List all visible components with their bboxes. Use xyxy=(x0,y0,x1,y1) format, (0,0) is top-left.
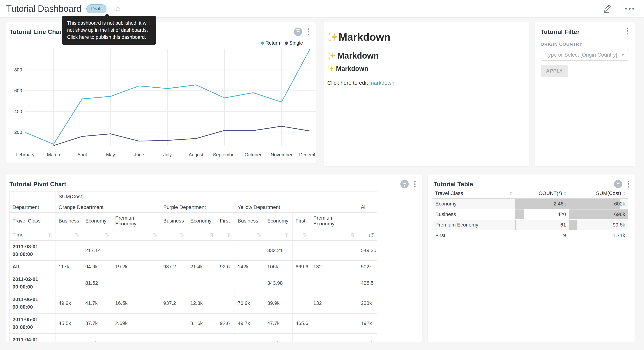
chart-menu-icon[interactable] xyxy=(414,180,416,188)
pivot-row-header: 2011-04-01 00:00:00 xyxy=(10,334,56,342)
pivot-cell: 76.9k xyxy=(235,293,264,313)
cell-travel-class: Economy xyxy=(432,199,515,209)
pivot-cell: 669.6 xyxy=(292,260,310,273)
pivot-cell xyxy=(217,334,235,342)
x-axis-tick: October xyxy=(245,152,262,158)
page-title: Tutorial Dashboard xyxy=(6,4,81,14)
draft-status-badge[interactable]: Draft xyxy=(86,4,106,13)
favorite-star-icon[interactable]: ☆ xyxy=(114,5,121,12)
pivot-cell: 238k xyxy=(358,293,377,313)
pivot-data-row: All117k94.9k19.2k937.221.4k92.6142k106k6… xyxy=(10,260,377,273)
table-panel: Tutorial Table Travel ClassCOUNT(*)SUM(C… xyxy=(428,174,634,342)
x-axis-tick: September xyxy=(213,152,236,158)
cell-travel-class: Premium Economy xyxy=(432,220,515,230)
pivot-cell: 425.5 xyxy=(358,273,377,293)
sort-carets-icon xyxy=(623,192,626,195)
pivot-data-row: 2011-06-01 00:00:0049.9k41.7k16.5k937.21… xyxy=(10,293,377,313)
table-row: Premium Economy6199.8k xyxy=(432,220,628,230)
pivot-class-header: Economy xyxy=(82,213,112,229)
cell-sum: 1.71k xyxy=(569,230,628,241)
sort-icon[interactable]: ⇅ xyxy=(264,229,292,240)
pivot-cell xyxy=(56,273,82,293)
pivot-data-row: 2011-04-01 00:00:0021.4k15.2k927.7715.9k… xyxy=(10,334,377,342)
pivot-row-header: 2011-06-01 00:00:00 xyxy=(10,293,56,313)
sort-icon[interactable]: ⇅ xyxy=(56,229,82,240)
apply-filter-button[interactable]: APPLY xyxy=(540,65,568,77)
sort-carets-icon xyxy=(510,192,512,195)
pivot-cell: 117k xyxy=(56,260,82,273)
sort-icon[interactable]: ⇅ xyxy=(160,229,188,240)
table-row: First91.71k xyxy=(432,230,628,241)
markdown-heading-2: Markdown xyxy=(327,51,378,60)
sort-icon[interactable]: ⇅ xyxy=(310,229,358,240)
pivot-class-header: Business xyxy=(56,213,82,229)
pivot-cell: 37.7k xyxy=(82,313,112,334)
pivot-cell xyxy=(292,293,310,313)
applied-filters-icon[interactable] xyxy=(400,180,409,188)
sort-carets-icon xyxy=(564,192,566,195)
cell-count: 2.46k xyxy=(515,199,569,209)
pivot-sort-row: Time⇅⇅⇅⇅⇅⇅⇅⇅⇅⇅⇅↓ xyxy=(10,229,377,240)
y-axis-tick: 800 xyxy=(14,67,22,72)
sort-icon[interactable]: ⇅ xyxy=(82,229,112,240)
pivot-cell: 21.4k xyxy=(56,334,82,342)
draft-tooltip: This dashboard is not published, it will… xyxy=(62,16,156,45)
pivot-cell: 94.9k xyxy=(82,260,112,273)
column-header-travel-class[interactable]: Travel Class xyxy=(432,188,515,199)
column-header-sum-cost[interactable]: SUM(Cost) xyxy=(569,188,628,199)
sort-icon[interactable]: ⇅ xyxy=(188,229,217,240)
sort-icon[interactable]: ⇅ xyxy=(112,229,160,240)
more-actions-icon[interactable] xyxy=(625,8,634,10)
sort-icon[interactable]: ⇅ xyxy=(217,229,235,240)
y-axis-tick: 600 xyxy=(14,88,22,94)
x-axis-tick: June xyxy=(134,152,144,158)
pivot-cell: 132 xyxy=(310,293,358,313)
column-header-count[interactable]: COUNT(*) xyxy=(515,188,569,199)
pivot-cell: 332.21 xyxy=(264,240,292,260)
pivot-chart-panel: Tutorial Pivot Chart SUM(Cost)Department… xyxy=(6,174,422,342)
sort-column-all[interactable]: ↓ xyxy=(358,229,377,240)
pivot-group-header: Purple Department xyxy=(160,202,235,213)
pivot-cell xyxy=(160,273,188,293)
pivot-data-row: 2011-02-01 00:00:0081.52343.98425.5 xyxy=(10,273,377,293)
pivot-cell xyxy=(292,240,310,260)
sparkles-icon xyxy=(327,31,338,42)
pivot-chart-title: Tutorial Pivot Chart xyxy=(10,180,66,188)
markdown-heading-3: Markdown xyxy=(327,65,368,72)
x-axis-tick: November xyxy=(271,152,292,158)
pivot-class-header xyxy=(358,213,377,229)
pivot-cell: 81.52 xyxy=(82,273,112,293)
cell-travel-class: Business xyxy=(432,209,515,220)
pivot-group-header: All xyxy=(358,202,377,213)
pivot-cell: 12.3k xyxy=(188,293,217,313)
cell-count: 61 xyxy=(515,220,569,230)
pivot-cell: 937.2 xyxy=(160,260,188,273)
filter-menu-icon[interactable] xyxy=(627,28,628,34)
pivot-cell xyxy=(217,273,235,293)
pivot-time-header[interactable]: Time⇅ xyxy=(10,229,56,240)
pivot-cell xyxy=(292,273,310,293)
line-chart: 200400600800FebruaryMarchAprilMayJuneJul… xyxy=(6,22,316,163)
origin-country-select[interactable]: Type or Select [Origin Country] xyxy=(540,49,629,60)
pivot-cell: 927.77 xyxy=(188,334,217,342)
sparkles-icon xyxy=(327,65,334,72)
table-row: Economy2.46k602k xyxy=(432,199,628,209)
applied-filters-icon[interactable] xyxy=(614,180,622,188)
edit-markdown-link[interactable]: markdown xyxy=(369,80,394,86)
pivot-cell: 132 xyxy=(310,260,358,273)
pivot-cell xyxy=(217,293,235,313)
pivot-cell: 106k xyxy=(264,260,292,273)
pivot-class-header: Premium Economy xyxy=(310,213,358,229)
sort-icon[interactable]: ⇅ xyxy=(292,229,310,240)
y-axis-tick: 400 xyxy=(14,109,22,114)
chart-menu-icon[interactable] xyxy=(628,180,629,188)
pivot-cell: 19.2k xyxy=(112,260,160,273)
pivot-row-header: 2011-05-01 00:00:00 xyxy=(10,313,56,334)
pivot-cell xyxy=(112,240,160,260)
pivot-cell xyxy=(188,240,217,260)
pivot-cell: 217.14 xyxy=(82,240,112,260)
edit-dashboard-button[interactable] xyxy=(603,4,612,14)
filter-panel: Tutorial Filter ORIGIN COUNTRY Type or S… xyxy=(535,22,635,166)
sort-icon[interactable]: ⇅ xyxy=(235,229,264,240)
pivot-row-header: 2011-03-01 00:00:00 xyxy=(10,240,56,260)
